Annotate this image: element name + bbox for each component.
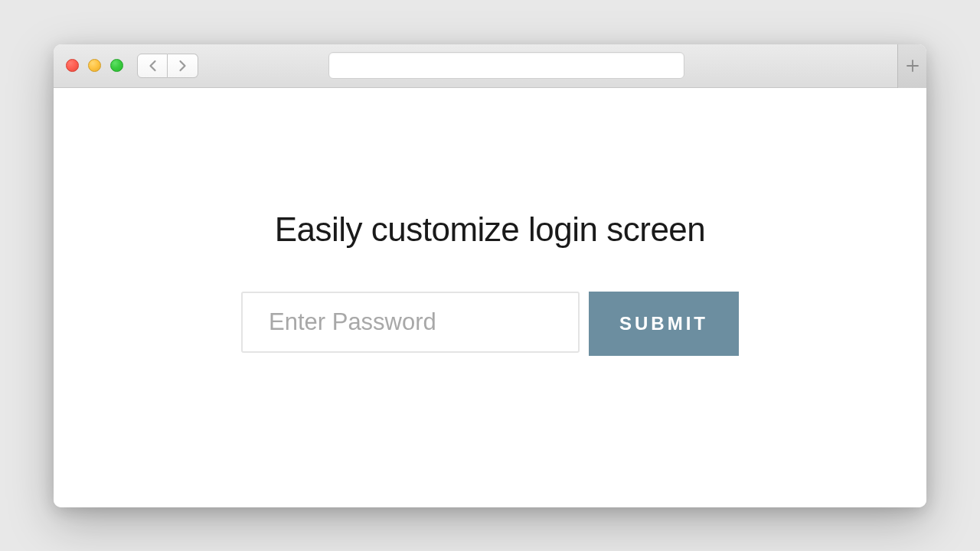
back-button[interactable] (137, 54, 168, 78)
minimize-window-button[interactable] (88, 59, 101, 72)
forward-button[interactable] (168, 54, 198, 78)
browser-toolbar (54, 44, 926, 88)
password-input[interactable] (241, 292, 580, 353)
submit-button[interactable]: SUBMIT (589, 292, 739, 356)
maximize-window-button[interactable] (110, 59, 123, 72)
page-title: Easily customize login screen (275, 210, 706, 249)
browser-window: Easily customize login screen SUBMIT (54, 44, 926, 507)
chevron-left-icon (148, 60, 158, 72)
window-controls (66, 59, 123, 72)
navigation-buttons (137, 54, 198, 78)
chevron-right-icon (178, 60, 188, 72)
address-bar[interactable] (328, 52, 684, 79)
login-form: SUBMIT (241, 292, 739, 356)
new-tab-button[interactable] (897, 44, 926, 88)
close-window-button[interactable] (66, 59, 79, 72)
page-content: Easily customize login screen SUBMIT (54, 88, 926, 507)
plus-icon (906, 59, 920, 73)
